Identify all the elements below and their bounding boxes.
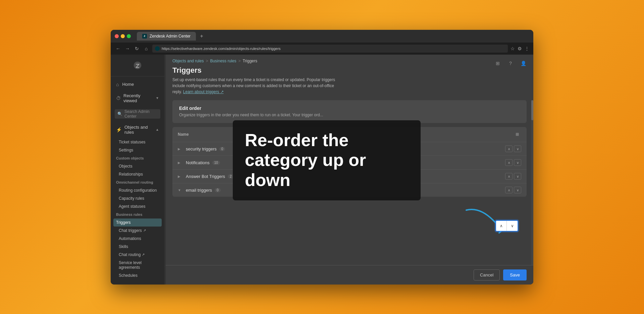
active-tab[interactable]: Z Zendesk Admin Center [137, 32, 196, 41]
chat-triggers-label: Chat triggers [119, 228, 142, 233]
relationships-label: Relationships [119, 172, 143, 177]
sidebar-item-home[interactable]: ⌂ Home [111, 79, 164, 90]
back-button[interactable]: ← [115, 46, 121, 51]
sidebar-item-triggers[interactable]: Triggers [113, 218, 162, 227]
move-up-button[interactable]: ∧ [505, 187, 513, 193]
routing-config-label: Routing configuration [119, 188, 157, 193]
grid-view-icon[interactable]: ⊞ [493, 59, 502, 68]
recently-viewed-header[interactable]: ⏱ Recently viewed ▼ [111, 91, 164, 105]
home-button[interactable]: ⌂ [143, 46, 150, 51]
close-button[interactable] [115, 34, 119, 38]
trigger-name-text: Notifications [186, 160, 210, 165]
trigger-name-text: security triggers [186, 146, 217, 151]
order-buttons: ∧ ∨ [505, 145, 521, 152]
order-buttons: ∧ ∨ [505, 173, 521, 180]
edit-order-description: Organize triggers in the order you need … [179, 112, 520, 118]
address-bar[interactable]: https://selectivehardware.zendesk.com/ad… [152, 45, 508, 53]
chevron-down-icon: ▼ [156, 96, 159, 100]
sidebar-item-chat-routing[interactable]: Chat routing ↗ [111, 251, 164, 259]
sidebar: ⌂ Home ⏱ Recently viewed ▼ 🔍 Search Admi… [111, 55, 164, 285]
main-panel: ⊞ ? 👤 Objects and rules > Business rules… [166, 55, 533, 285]
browser-addressbar: ← → ↻ ⌂ https://selectivehardware.zendes… [111, 43, 533, 55]
fullscreen-button[interactable] [127, 34, 131, 38]
omnichannel-header: Omnichannel routing [111, 178, 164, 186]
refresh-button[interactable]: ↻ [133, 46, 140, 51]
sidebar-item-agent-statuses[interactable]: Agent statuses [111, 202, 164, 210]
objects-rules-header[interactable]: ⚡ Objects and rules ▲ [111, 123, 164, 137]
breadcrumb-sep2: > [238, 59, 240, 63]
trigger-count-badge: 10 [212, 161, 220, 165]
cancel-button[interactable]: Cancel [474, 269, 500, 280]
minimize-button[interactable] [121, 34, 125, 38]
external-link-icon-2: ↗ [142, 253, 145, 256]
schedules-label: Schedules [119, 273, 138, 278]
trigger-name-text: Answer Bot Triggers [186, 174, 225, 179]
breadcrumb-part1[interactable]: Objects and rules [172, 59, 204, 63]
sidebar-item-capacity-rules[interactable]: Capacity rules [111, 194, 164, 202]
objects-label: Objects [119, 164, 132, 169]
search-icon: 🔍 [117, 112, 122, 116]
sidebar-item-schedules[interactable]: Schedules [111, 271, 164, 279]
sidebar-item-chat-triggers[interactable]: Chat triggers ↗ [111, 227, 164, 235]
sidebar-item-routing-config[interactable]: Routing configuration [111, 186, 164, 194]
settings-label: Settings [119, 148, 133, 152]
url-display: https://selectivehardware.zendesk.com/ad… [162, 47, 281, 51]
browser-titlebar: Z Zendesk Admin Center + [111, 30, 533, 43]
forward-button[interactable]: → [124, 46, 131, 51]
highlighted-up-button[interactable]: ∧ [496, 221, 507, 231]
profile-icon[interactable]: 👤 [519, 59, 528, 68]
breadcrumb-part2[interactable]: Business rules [210, 59, 236, 63]
highlighted-order-btn-group[interactable]: ∧ ∨ [495, 220, 518, 232]
menu-icon[interactable]: ⋮ [525, 46, 529, 51]
tooltip-text: Re-order thecategory up or down [245, 130, 409, 190]
chat-routing-label: Chat routing [119, 252, 141, 257]
expand-icon[interactable]: ▶ [178, 161, 183, 165]
save-button[interactable]: Save [503, 269, 527, 280]
browser-actions: ☆ ⚙ ⋮ [511, 46, 529, 51]
search-placeholder: Search Admin Center [124, 109, 158, 119]
sla-label: Service level agreements [119, 260, 159, 270]
sidebar-item-sla[interactable]: Service level agreements [111, 259, 164, 271]
chevron-up-icon: ▲ [156, 128, 159, 131]
sidebar-item-objects[interactable]: Objects [111, 162, 164, 170]
move-down-button[interactable]: ∨ [514, 145, 521, 152]
move-down-button[interactable]: ∨ [514, 187, 521, 193]
zendesk-logo [111, 55, 164, 76]
objects-rules-label: Objects and rules [124, 125, 153, 135]
move-down-button[interactable]: ∨ [514, 173, 521, 180]
main-top-icons: ⊞ ? 👤 [493, 59, 528, 68]
new-tab-button[interactable]: + [197, 32, 206, 41]
scrollbar-thumb[interactable] [531, 100, 533, 120]
breadcrumb-sep1: > [206, 59, 208, 63]
highlighted-down-button[interactable]: ∨ [507, 221, 518, 231]
move-down-button[interactable]: ∨ [514, 159, 521, 166]
objects-rules-section: ⚡ Objects and rules ▲ Ticket statuses Se… [111, 121, 164, 282]
page-title: Triggers [172, 66, 527, 75]
tab-bar: Z Zendesk Admin Center + [137, 32, 206, 41]
tab-favicon: Z [142, 34, 147, 39]
move-up-button[interactable]: ∧ [505, 173, 513, 180]
recently-viewed-section: ⏱ Recently viewed ▼ [111, 90, 164, 107]
learn-link[interactable]: Learn about triggers ↗ [183, 89, 224, 94]
sidebar-item-skills[interactable]: Skills [111, 243, 164, 251]
sidebar-item-ticket-statuses[interactable]: Ticket statuses [111, 138, 164, 146]
sidebar-item-settings[interactable]: Settings [111, 146, 164, 154]
expand-icon[interactable]: ▶ [178, 175, 183, 178]
move-up-button[interactable]: ∧ [505, 145, 513, 152]
scrollbar-track [531, 100, 533, 265]
expand-icon[interactable]: ▶ [178, 147, 183, 151]
objects-rules-sub: Ticket statuses Settings Custom objects … [111, 137, 164, 281]
tab-label: Zendesk Admin Center [150, 34, 191, 39]
search-bar[interactable]: 🔍 Search Admin Center [115, 109, 160, 119]
browser-window: Z Zendesk Admin Center + ← → ↻ ⌂ https:/… [111, 30, 533, 285]
expand-icon[interactable]: ▼ [178, 188, 183, 192]
bookmark-icon[interactable]: ☆ [511, 46, 515, 51]
column-settings-icon[interactable]: ⊞ [513, 130, 521, 138]
move-up-button[interactable]: ∧ [505, 159, 513, 166]
sidebar-item-relationships[interactable]: Relationships [111, 170, 164, 178]
sidebar-item-automations[interactable]: Automations [111, 235, 164, 243]
home-label: Home [122, 82, 134, 87]
edit-order-title: Edit order [179, 106, 520, 111]
help-icon[interactable]: ? [506, 59, 515, 68]
extensions-icon[interactable]: ⚙ [518, 46, 522, 51]
